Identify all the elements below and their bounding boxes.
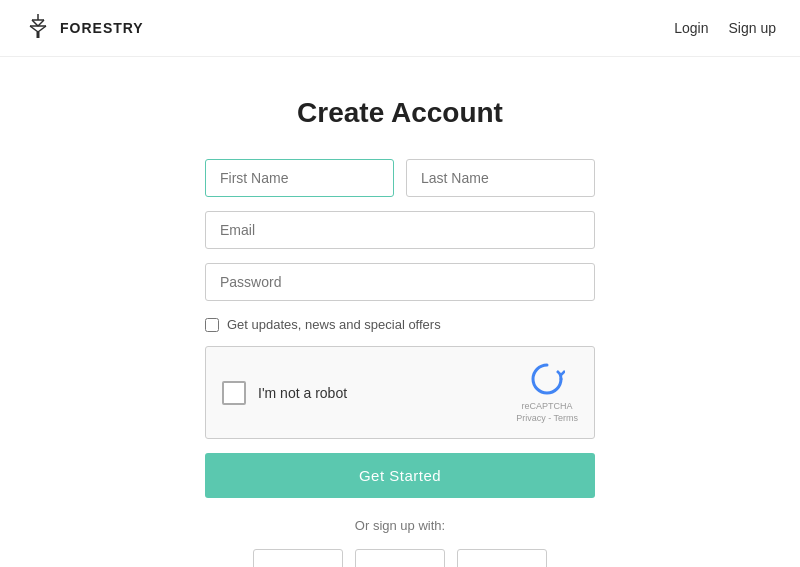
- first-name-input[interactable]: [205, 159, 394, 197]
- signup-link[interactable]: Sign up: [729, 20, 776, 36]
- email-input[interactable]: [205, 211, 595, 249]
- main-content: Create Account Get updates, news and spe…: [0, 57, 800, 567]
- forestry-logo-icon: [24, 12, 52, 44]
- gitlab-button[interactable]: GitLab: [355, 549, 445, 567]
- oauth-buttons: GitHub GitLab: [253, 549, 547, 567]
- logo-area: FORESTRY: [24, 12, 144, 44]
- recaptcha-branding: reCAPTCHA Privacy - Terms: [516, 361, 578, 424]
- create-account-form: Get updates, news and special offers I'm…: [205, 159, 595, 567]
- get-started-button[interactable]: Get Started: [205, 453, 595, 498]
- updates-checkbox-label[interactable]: Get updates, news and special offers: [227, 317, 441, 332]
- svg-rect-0: [37, 32, 40, 38]
- navbar: FORESTRY Login Sign up: [0, 0, 800, 57]
- updates-checkbox-row: Get updates, news and special offers: [205, 317, 595, 332]
- svg-line-3: [32, 20, 38, 26]
- name-row: [205, 159, 595, 197]
- recaptcha-left: I'm not a robot: [222, 381, 347, 405]
- recaptcha-icon: [529, 361, 565, 397]
- oauth-section: Or sign up with: GitHub: [205, 518, 595, 567]
- recaptcha-widget: I'm not a robot reCAPTCHA Privacy - Term…: [205, 346, 595, 439]
- or-text: Or sign up with:: [355, 518, 445, 533]
- logo-text: FORESTRY: [60, 20, 144, 36]
- password-input[interactable]: [205, 263, 595, 301]
- github-button[interactable]: GitHub: [253, 549, 343, 567]
- page-title: Create Account: [297, 97, 503, 129]
- svg-line-2: [38, 26, 46, 32]
- recaptcha-brand-text: reCAPTCHA Privacy - Terms: [516, 401, 578, 424]
- recaptcha-label: I'm not a robot: [258, 385, 347, 401]
- login-link[interactable]: Login: [674, 20, 708, 36]
- updates-checkbox[interactable]: [205, 318, 219, 332]
- svg-line-1: [30, 26, 38, 32]
- nav-links: Login Sign up: [674, 20, 776, 36]
- bitbucket-button[interactable]: Bitbucket: [457, 549, 547, 567]
- svg-line-4: [38, 20, 44, 26]
- last-name-input[interactable]: [406, 159, 595, 197]
- recaptcha-checkbox[interactable]: [222, 381, 246, 405]
